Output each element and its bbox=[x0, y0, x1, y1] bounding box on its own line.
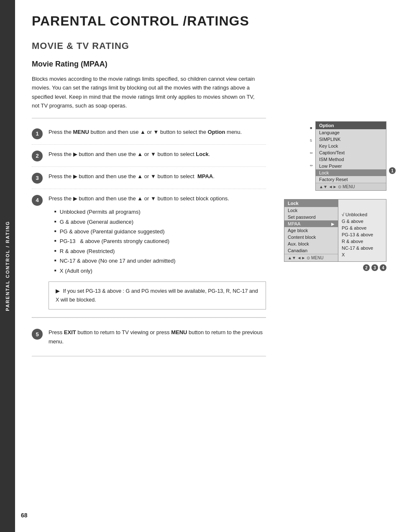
bullet-item: Unblocked (Permits all programs) bbox=[54, 207, 266, 217]
lock-menu-item-mpaa: MPAA ▶ bbox=[284, 220, 338, 227]
option-menu-item-factory: Factory Reset bbox=[316, 176, 386, 183]
step-2-row: 2 Press the ▶ button and then use the ▲ … bbox=[32, 145, 266, 167]
step3-badge: 3 bbox=[371, 264, 378, 271]
bullet-list: Unblocked (Permits all programs) G & abo… bbox=[54, 207, 266, 276]
step-5-circle: 5 bbox=[32, 329, 43, 340]
sidebar-label: PARENTAL CONTROL / RATING bbox=[5, 221, 10, 311]
option-menu-item-language: Language bbox=[316, 129, 386, 136]
option-menu-side-icons: ■ 5 ✏ ✏ bbox=[310, 126, 313, 168]
option-menu-item-ism: ISM Method bbox=[316, 156, 386, 163]
option-menu-footer: ▲▼ ◄► ⊙ MENU bbox=[316, 183, 386, 190]
steps-container: 1 Press the MENU button and then use ▲ o… bbox=[32, 123, 266, 356]
step-4-text: Press the ▶ button and then use the ▲ or… bbox=[49, 194, 266, 312]
lock-option-unblocked: Unblocked bbox=[338, 211, 386, 218]
step-5-row: 5 Press EXIT button to return to TV view… bbox=[32, 322, 266, 352]
bullet-item: R & above (Restricted) bbox=[54, 246, 266, 256]
lock-menu-container: Lock Lock Set password MPAA ▶ Age block … bbox=[284, 199, 386, 271]
divider-mid bbox=[32, 317, 266, 318]
option-menu-item-lock: Lock bbox=[316, 169, 386, 176]
step-3-row: 3 Press the ▶ button and then use the ▲ … bbox=[32, 167, 266, 189]
step4-badge: 4 bbox=[380, 264, 386, 271]
lock-option-g: G & above bbox=[338, 218, 386, 225]
step-3-circle: 3 bbox=[32, 173, 43, 184]
lock-menu-item-setpassword: Set password bbox=[284, 214, 338, 220]
lock-option-x: X bbox=[338, 251, 386, 258]
step-4-row: 4 Press the ▶ button and then use the ▲ … bbox=[32, 189, 266, 317]
option-menu-item-caption: Caption/Text bbox=[316, 149, 386, 156]
step-2-text: Press the ▶ button and then use the ▲ or… bbox=[49, 150, 210, 159]
option-menu-item-lowpower: Low Power bbox=[316, 163, 386, 169]
step1-badge: 1 bbox=[389, 167, 396, 174]
bullet-item: X (Adult only) bbox=[54, 266, 266, 276]
divider-bottom bbox=[32, 356, 266, 356]
sidebar: PARENTAL CONTROL / RATING bbox=[0, 0, 15, 532]
lock-menu-item-content: Content block bbox=[284, 234, 338, 240]
icon-2: 5 bbox=[310, 138, 313, 143]
icon-1: ■ bbox=[310, 126, 313, 130]
icon-3: ✏ bbox=[310, 151, 313, 155]
bullet-item: PG-13 & above (Parents strongly cautione… bbox=[54, 236, 266, 246]
section-title: MOVIE & TV RATING bbox=[32, 41, 382, 51]
subsection-title: Movie Rating (MPAA) bbox=[32, 60, 382, 69]
option-menu-item-simplink: SIMPLINK bbox=[316, 136, 386, 143]
bullet-item: G & above (General audience) bbox=[54, 217, 266, 227]
lock-option-r: R & above bbox=[338, 238, 386, 245]
divider-top bbox=[32, 118, 266, 118]
step-4-circle: 4 bbox=[32, 195, 43, 206]
lock-menu-left: Lock Lock Set password MPAA ▶ Age block … bbox=[284, 199, 338, 262]
option-menu-item-keylock: Key Lock bbox=[316, 143, 386, 149]
lock-option-pg: PG & above bbox=[338, 225, 386, 231]
lock-menu-item-canadian: Canadian bbox=[284, 247, 338, 254]
lock-menu-header: Lock bbox=[284, 200, 338, 207]
step-1-row: 1 Press the MENU button and then use ▲ o… bbox=[32, 123, 266, 145]
page-title: PARENTAL CONTROL /RATINGS bbox=[32, 13, 382, 29]
lock-menu-item-lock: Lock bbox=[284, 207, 338, 214]
step-1-text: Press the MENU button and then use ▲ or … bbox=[49, 128, 242, 136]
page-number: 68 bbox=[21, 512, 28, 519]
lock-menu-footer: ▲▼ ◄► ⊙ MENU bbox=[284, 254, 338, 261]
note-arrow: ▶ bbox=[56, 288, 60, 294]
step-1-circle: 1 bbox=[32, 128, 43, 139]
note-box: ▶ If you set PG-13 & above : G and PG mo… bbox=[49, 281, 266, 309]
option-menu-header: Option bbox=[316, 122, 386, 129]
option-menu-screenshot: ■ 5 ✏ ✏ Option Language SIMPLINK Key Loc… bbox=[315, 121, 386, 191]
bullet-item: NC-17 & above (No one 17 and under admit… bbox=[54, 256, 266, 266]
mpaa-arrow: ▶ bbox=[331, 222, 335, 226]
lock-option-nc17: NC-17 & above bbox=[338, 245, 386, 251]
lock-option-pg13: PG-13 & above bbox=[338, 231, 386, 238]
step1-badge-container: 1 bbox=[389, 167, 396, 174]
lock-menu-item-aux: Aux. block bbox=[284, 240, 338, 247]
step2-badge: 2 bbox=[363, 264, 370, 271]
lock-menu-item-ageblock: Age block bbox=[284, 227, 338, 234]
lock-menu-right: Unblocked G & above PG & above PG-13 & a… bbox=[338, 199, 386, 262]
lock-menu-screenshot: Lock Lock Set password MPAA ▶ Age block … bbox=[284, 199, 386, 262]
screenshots-area: ■ 5 ✏ ✏ Option Language SIMPLINK Key Loc… bbox=[284, 121, 386, 271]
intro-paragraph: Blocks movies according to the movie rat… bbox=[32, 74, 258, 110]
bullet-item: PG & above (Parental guidance suggested) bbox=[54, 227, 266, 236]
icon-4: ✏ bbox=[310, 164, 313, 168]
option-menu-container: ■ 5 ✏ ✏ Option Language SIMPLINK Key Loc… bbox=[315, 121, 386, 191]
step-2-circle: 2 bbox=[32, 151, 43, 161]
step234-badges: 2 3 4 bbox=[284, 264, 386, 271]
step-3-text: Press the ▶ button and then use the ▲ or… bbox=[49, 172, 215, 181]
step-5-text: Press EXIT button to return to TV viewin… bbox=[49, 328, 266, 346]
